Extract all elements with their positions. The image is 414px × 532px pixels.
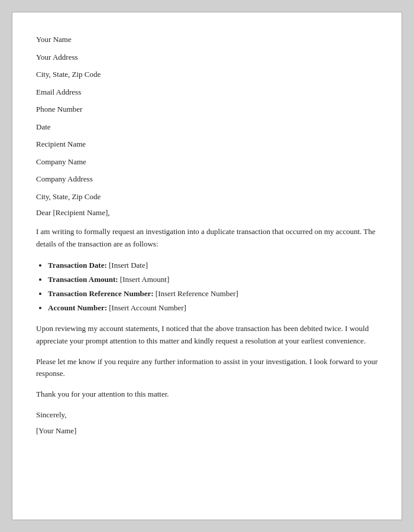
- bullet-value-date: [Insert Date]: [109, 261, 148, 270]
- sender-address: Your Address: [36, 51, 378, 63]
- intro-paragraph: I am writing to formally request an inve…: [36, 226, 378, 251]
- recipient-address: Company Address: [36, 173, 378, 185]
- letter-document: Your Name Your Address City, State, Zip …: [12, 12, 402, 520]
- recipient-city-state-zip: City, State, Zip Code: [36, 191, 378, 203]
- recipient-company: Company Name: [36, 156, 378, 168]
- bullet-label-account: Account Number:: [48, 303, 107, 312]
- thanks-paragraph: Thank you for your attention to this mat…: [36, 388, 378, 401]
- letter-date: Date: [36, 121, 378, 133]
- recipient-name: Recipient Name: [36, 138, 378, 150]
- body-paragraph-1: Upon reviewing my account statements, I …: [36, 323, 378, 348]
- bullet-label-date: Transaction Date:: [48, 261, 107, 270]
- bullet-value-amount: [Insert Amount]: [120, 275, 169, 284]
- bullet-transaction-date: Transaction Date: [Insert Date]: [48, 259, 378, 272]
- sender-city-state-zip: City, State, Zip Code: [36, 69, 378, 80]
- sender-email: Email Address: [36, 86, 378, 98]
- bullet-value-account: [Insert Account Number]: [109, 303, 186, 312]
- bullet-account-number: Account Number: [Insert Account Number]: [48, 301, 378, 314]
- closing: Sincerely,: [36, 409, 378, 421]
- signature: [Your Name]: [36, 426, 378, 436]
- transaction-details-list: Transaction Date: [Insert Date] Transact…: [48, 259, 378, 314]
- body-paragraph-2: Please let me know if you require any fu…: [36, 356, 378, 381]
- bullet-value-reference: [Insert Reference Number]: [156, 289, 238, 298]
- salutation: Dear [Recipient Name],: [36, 208, 378, 218]
- sender-phone: Phone Number: [36, 103, 378, 115]
- bullet-reference-number: Transaction Reference Number: [Insert Re…: [48, 287, 378, 300]
- sender-name: Your Name: [36, 34, 378, 46]
- bullet-transaction-amount: Transaction Amount: [Insert Amount]: [48, 273, 378, 286]
- bullet-label-reference: Transaction Reference Number:: [48, 289, 154, 298]
- bullet-label-amount: Transaction Amount:: [48, 275, 118, 284]
